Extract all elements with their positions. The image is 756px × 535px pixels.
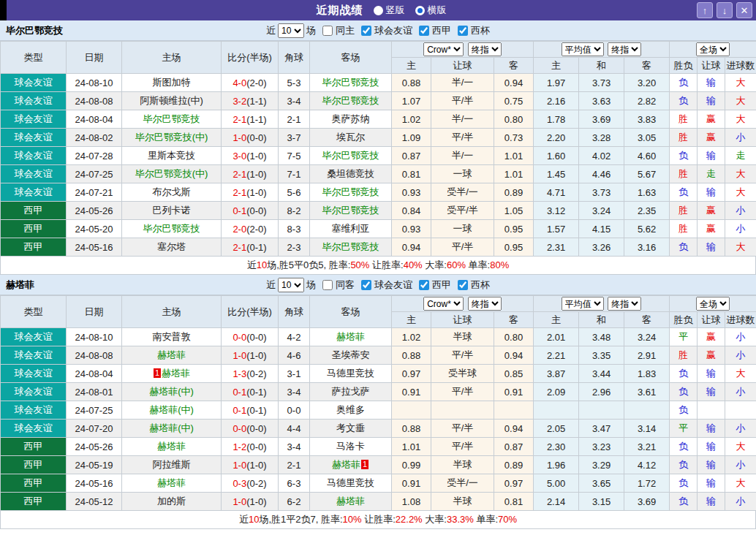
result-handicap: 输 (698, 74, 725, 92)
home-team: 毕尔巴鄂竞技 (122, 220, 222, 238)
match-row: 西甲24-05-26巴列卡诺0-1(0-0)8-2毕尔巴鄂竞技0.84受平/半1… (1, 202, 756, 220)
odds-away: 0.94 (494, 420, 534, 438)
average-select[interactable]: 平均值 (562, 297, 604, 311)
corners: 4-2 (279, 328, 310, 346)
avg-home: 2.14 (534, 493, 579, 511)
league-type: 球会友谊 (1, 147, 67, 165)
corners: 3-7 (279, 129, 310, 147)
match-date: 24-05-20 (67, 220, 122, 238)
league-type: 球会友谊 (1, 420, 67, 438)
result-goals: 大 (725, 74, 756, 92)
league-filter-cup-checkbox[interactable] (458, 26, 468, 36)
result-goals: 小 (725, 346, 756, 365)
move-down-button[interactable]: ↓ (717, 2, 733, 18)
result-wdl: 负 (670, 365, 698, 383)
score: 1-0(1-0) (222, 346, 279, 365)
avg-home: 3.87 (534, 365, 579, 383)
odds-home: 1.01 (392, 438, 431, 456)
avg-home: 1.57 (534, 220, 579, 238)
odds-stage-select[interactable]: 终指 (468, 297, 502, 311)
result-handicap: 赢 (698, 220, 725, 238)
corners: 3-4 (279, 92, 310, 110)
layout-radio-horizontal[interactable]: 横版 (415, 4, 447, 17)
match-date: 24-07-25 (67, 401, 122, 420)
odds-line: 半球 (431, 328, 494, 346)
match-date: 24-07-28 (67, 147, 122, 165)
home-team-name: 南安普敦 (153, 331, 191, 342)
sub-header-goals: 进球数 (725, 312, 756, 328)
sub-header-goals: 进球数 (725, 58, 756, 74)
away-team: 马洛卡 (310, 438, 392, 456)
result-handicap: 输 (698, 92, 725, 110)
result-wdl: 胜 (670, 346, 698, 365)
odds-line: 受平/半 (431, 202, 494, 220)
score: 1-0(1-0) (222, 456, 279, 474)
away-team-name: 考文垂 (336, 422, 365, 433)
col-header-home: 主场 (122, 42, 222, 74)
odds-away: 0.80 (494, 328, 534, 346)
away-team-name: 毕尔巴鄂竞技 (322, 186, 379, 197)
fulltime-select[interactable]: 全场 (696, 42, 730, 56)
result-handicap: 输 (698, 456, 725, 474)
corners: 3-4 (279, 438, 310, 456)
sub-header-odds-line: 让球 (431, 312, 494, 328)
home-team: 赫塔菲(中) (122, 383, 222, 401)
avg-home: 3.12 (534, 202, 579, 220)
odds-home: 1.09 (392, 129, 431, 147)
odds-stage-select[interactable]: 终指 (468, 42, 502, 56)
corners: 2-1 (279, 110, 310, 129)
odds-home: 0.81 (392, 165, 431, 183)
odds-away: 0.89 (494, 456, 534, 474)
same-venue-checkbox[interactable] (322, 280, 333, 290)
average-stage-select[interactable]: 终指 (608, 297, 641, 311)
league-filter-cup-checkbox[interactable] (458, 280, 468, 290)
league-filter-friendly-checkbox[interactable] (361, 26, 371, 36)
home-team-name: 斯图加特 (153, 77, 191, 88)
close-button[interactable]: ✕ (736, 2, 752, 18)
away-team-name: 马德里竞技 (327, 368, 374, 379)
home-team: 布尔戈斯 (122, 183, 222, 202)
move-up-button[interactable]: ↑ (697, 2, 713, 18)
summary-part: 80% (490, 259, 509, 270)
result-group-header: 全场 (670, 42, 756, 58)
odds-provider-select[interactable]: Crow* (423, 297, 464, 311)
avg-away: 1.72 (624, 474, 670, 493)
average-stage-select[interactable]: 终指 (608, 42, 641, 56)
avg-home (534, 401, 579, 420)
fulltime-select[interactable]: 全场 (696, 297, 730, 311)
odds-away: 0.80 (494, 110, 534, 129)
match-date: 24-05-26 (67, 202, 122, 220)
red-card-badge: 1 (361, 460, 368, 469)
avg-away: 3.20 (624, 74, 670, 92)
avg-home: 1.60 (534, 147, 579, 165)
result-wdl: 负 (670, 92, 698, 110)
home-team-name: 塞尔塔 (157, 241, 186, 252)
score: 0-3(0-2) (222, 474, 279, 493)
col-header-type: 类型 (1, 42, 67, 74)
summary-part: 22.2% (396, 514, 423, 525)
home-team: 斯图加特 (122, 74, 222, 92)
average-select[interactable]: 平均值 (562, 42, 604, 56)
result-wdl: 负 (670, 438, 698, 456)
odds-line: 平/半 (431, 238, 494, 257)
odds-home: 0.84 (392, 202, 431, 220)
away-team-name: 马洛卡 (336, 441, 365, 452)
odds-provider-select[interactable]: Crow* (423, 42, 464, 56)
result-goals: 小 (725, 129, 756, 147)
sub-header-odds-line: 让球 (431, 58, 494, 74)
result-wdl: 负 (670, 238, 698, 257)
league-filter-friendly-checkbox[interactable] (361, 280, 371, 290)
result-wdl: 胜 (670, 202, 698, 220)
odds-line: 半球 (431, 493, 494, 511)
league-filter-laliga-checkbox[interactable] (419, 26, 429, 36)
league-filter-laliga-checkbox[interactable] (419, 280, 429, 290)
home-team: 1赫塔菲 (122, 365, 222, 383)
league-type: 西甲 (1, 438, 67, 456)
same-venue-checkbox[interactable] (322, 26, 333, 36)
layout-radio-vertical[interactable]: 竖版 (374, 4, 405, 17)
away-team: 毕尔巴鄂竞技 (310, 183, 392, 202)
league-type: 球会友谊 (1, 129, 67, 147)
match-count-select[interactable]: 10 (278, 23, 304, 38)
match-count-select[interactable]: 10 (278, 278, 304, 292)
league-type: 球会友谊 (1, 383, 67, 401)
